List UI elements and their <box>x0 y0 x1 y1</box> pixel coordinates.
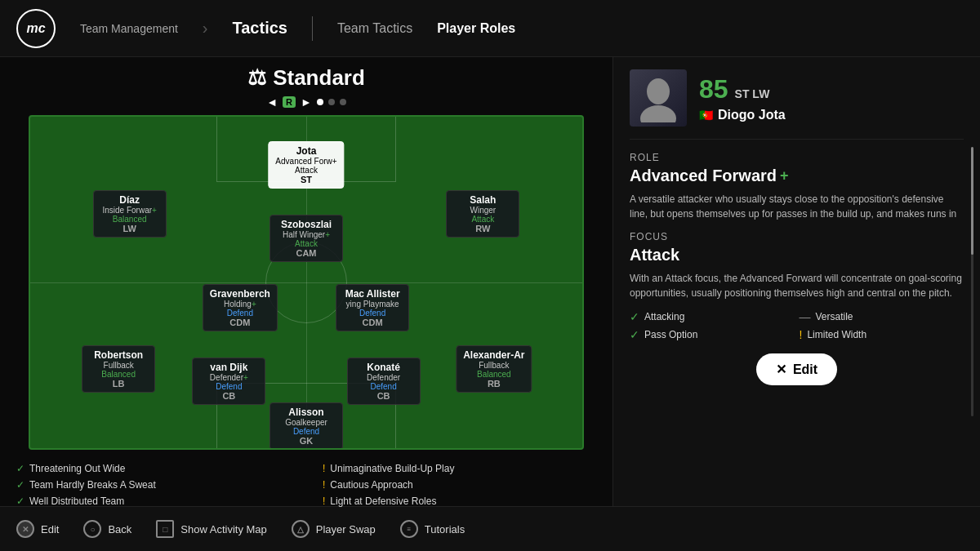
obs-negative-3: ! Light at Defensive Roles <box>323 495 596 507</box>
bottom-bar: ✕ Edit ○ Back □ Show Activity Map △ Play… <box>0 506 980 551</box>
nav-team-tactics[interactable]: Team Tactics <box>337 21 412 36</box>
app-logo[interactable]: mc <box>16 9 56 48</box>
football-pitch: Jota Advanced Forw+ Attack ST Díaz Insid… <box>29 115 584 450</box>
halfway-line <box>30 282 582 283</box>
obs-positive-3: ✓ Well Distributed Team <box>16 495 290 507</box>
player-avatar <box>630 69 687 127</box>
trait-attacking: ✓ Attacking <box>630 310 795 323</box>
player-card-vandijk[interactable]: van Dijk Defender+ Defend CB <box>192 358 265 405</box>
formation-title: ⚖ Standard <box>16 65 596 91</box>
obs-negative-1: ! Unimaginative Build-Up Play <box>323 463 596 474</box>
square-button-icon: □ <box>156 520 174 538</box>
nav-separator <box>312 16 313 41</box>
player-full-name: 🇵🇹 Diogo Jota <box>699 108 964 122</box>
options-button-icon: ≡ <box>400 520 418 538</box>
pitch-panel: ⚖ Standard ◄ R ► Jota Advanced Forw+ Att… <box>0 57 612 506</box>
player-card-gravenberch[interactable]: Gravenberch Holding+ Defend CDM <box>203 284 278 331</box>
edit-button[interactable]: ✕ Edit <box>756 353 837 385</box>
back-btn[interactable]: ○ Back <box>83 520 131 538</box>
dot-1 <box>317 99 323 105</box>
player-card-konate[interactable]: Konaté Defender Defend CB <box>347 358 421 405</box>
player-header: 85 ST LW 🇵🇹 Diogo Jota <box>630 69 964 140</box>
nav-divider: › <box>203 19 208 38</box>
top-navigation: mc Team Management › Tactics Team Tactic… <box>0 0 980 57</box>
role-section-label: Role <box>630 152 964 163</box>
tutorials-btn[interactable]: ≡ Tutorials <box>400 520 465 538</box>
negative-observations: ! Unimaginative Build-Up Play ! Cautious… <box>323 463 596 512</box>
trait-pass-option: ✓ Pass Option <box>630 328 795 341</box>
focus-section-label: Focus <box>630 231 964 242</box>
player-card-robertson[interactable]: Robertson Fullback Balanced LB <box>82 345 155 393</box>
role-description: A versatile attacker who usually stays c… <box>630 192 964 221</box>
positive-observations: ✓ Threatening Out Wide ✓ Team Hardly Bre… <box>16 463 290 512</box>
player-swap-btn[interactable]: △ Player Swap <box>292 520 376 538</box>
observations: ✓ Threatening Out Wide ✓ Team Hardly Bre… <box>16 456 596 512</box>
dot-2 <box>328 99 335 105</box>
scales-icon: ⚖ <box>247 65 266 91</box>
obs-positive-2: ✓ Team Hardly Breaks A Sweat <box>16 479 290 491</box>
formation-prev-btn[interactable]: ◄ <box>266 96 278 109</box>
player-card-macallister[interactable]: Mac Allister ying Playmake Defend CDM <box>336 284 409 331</box>
edit-bottom-btn[interactable]: ✕ Edit <box>16 520 59 538</box>
nav-team-management[interactable]: Team Management <box>80 22 178 35</box>
role-title: Advanced Forward + <box>630 167 964 185</box>
player-card-szoboszlai[interactable]: Szoboszlai Half Winger+ Attack CAM <box>270 215 343 262</box>
x-button-icon: ✕ <box>16 520 34 538</box>
show-activity-map-btn[interactable]: □ Show Activity Map <box>156 520 267 538</box>
formation-next-btn[interactable]: ► <box>301 96 312 109</box>
focus-title: Attack <box>630 246 964 264</box>
svg-point-1 <box>640 105 676 122</box>
obs-positive-1: ✓ Threatening Out Wide <box>16 463 290 474</box>
player-detail-panel: 85 ST LW 🇵🇹 Diogo Jota Role Advanced For… <box>612 57 980 506</box>
player-card-salah[interactable]: Salah Winger Attack RW <box>446 190 519 238</box>
edit-x-icon: ✕ <box>776 362 786 377</box>
dot-3 <box>340 99 346 105</box>
player-rating: 85 ST LW <box>699 74 964 104</box>
scrollbar[interactable] <box>971 147 973 416</box>
formation-dots: ◄ R ► <box>16 96 596 109</box>
triangle-button-icon: △ <box>292 520 310 538</box>
player-card-jota[interactable]: Jota Advanced Forw+ Attack ST <box>268 141 344 189</box>
main-content: ⚖ Standard ◄ R ► Jota Advanced Forw+ Att… <box>0 57 980 506</box>
player-card-diaz[interactable]: Díaz Inside Forwar+ Balanced LW <box>93 190 167 238</box>
nav-tactics[interactable]: Tactics <box>233 19 287 38</box>
trait-versatile: — Versatile <box>800 310 964 323</box>
recommended-badge: R <box>283 96 296 108</box>
nav-player-roles[interactable]: Player Roles <box>437 21 515 36</box>
obs-negative-2: ! Cautious Approach <box>323 479 596 491</box>
svg-point-0 <box>647 78 670 104</box>
scrollbar-thumb <box>971 147 973 255</box>
traits-grid: ✓ Attacking — Versatile ✓ Pass Option ! … <box>630 310 964 341</box>
player-card-alisson[interactable]: Alisson Goalkeeper Defend GK <box>270 402 343 450</box>
player-card-alexanderarnold[interactable]: Alexander-Ar Fullback Balanced RB <box>456 345 532 393</box>
focus-description: With an Attack focus, the Advanced Forwa… <box>630 271 964 300</box>
trait-limited-width: ! Limited Width <box>800 328 964 341</box>
player-info: 85 ST LW 🇵🇹 Diogo Jota <box>699 74 964 122</box>
circle-button-icon: ○ <box>83 520 101 538</box>
